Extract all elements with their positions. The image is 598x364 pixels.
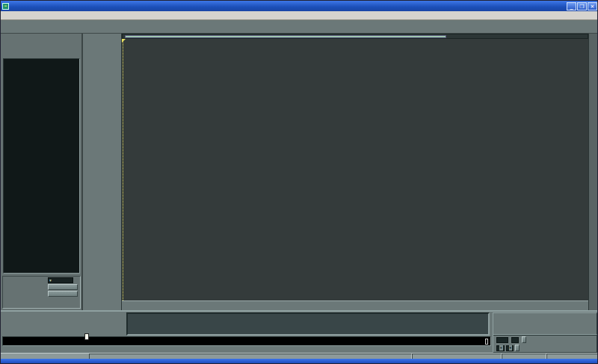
- status-bar: [1, 353, 598, 359]
- minimize-button[interactable]: _: [567, 2, 576, 10]
- maximize-button[interactable]: ❐: [577, 2, 587, 10]
- bottom-panel: [1, 310, 598, 336]
- timeline-area: [122, 34, 597, 310]
- title-bar[interactable]: ≈ _ ❐ ✕: [1, 1, 598, 11]
- track-console: [83, 34, 122, 310]
- bar-beat-ruler[interactable]: [122, 300, 588, 310]
- cool-edit-pro-window: ≈ _ ❐ ✕ ▾: [0, 0, 598, 364]
- hscroll-thumb[interactable]: [125, 35, 446, 38]
- toolbar: [1, 20, 598, 34]
- beats-field[interactable]: [511, 337, 519, 343]
- meter-end-mark: [485, 339, 488, 345]
- time-display: [126, 312, 490, 336]
- full-paths-button[interactable]: [48, 291, 78, 297]
- metronome-button[interactable]: [515, 345, 520, 351]
- playhead-line: [123, 39, 123, 300]
- close-button[interactable]: ✕: [588, 2, 597, 10]
- vertical-scrollbar[interactable]: [588, 34, 597, 310]
- file-filter-panel: ▾: [2, 276, 81, 309]
- track-lanes: [122, 39, 588, 300]
- windows-taskbar[interactable]: [1, 359, 598, 364]
- time-signature-dropdown[interactable]: ▾: [506, 345, 514, 351]
- tooltip: [84, 333, 89, 340]
- horizontal-scrollbar[interactable]: [122, 34, 588, 39]
- db-scale: [2, 346, 491, 353]
- app-icon: ≈: [2, 3, 9, 10]
- key-dropdown[interactable]: ▾: [496, 345, 505, 351]
- advanced-button[interactable]: [522, 336, 526, 343]
- session-properties: ▾ ▾: [493, 334, 597, 353]
- auto-play-button[interactable]: [48, 284, 78, 290]
- selection-view-panel: [493, 312, 597, 336]
- file-list[interactable]: [3, 58, 80, 274]
- file-panel: ▾: [1, 34, 83, 310]
- sort-dropdown[interactable]: ▾: [48, 277, 73, 283]
- level-meter[interactable]: [2, 336, 491, 346]
- menu-bar: [1, 11, 598, 20]
- playhead-marker[interactable]: [122, 39, 126, 43]
- tempo-field[interactable]: [496, 337, 508, 343]
